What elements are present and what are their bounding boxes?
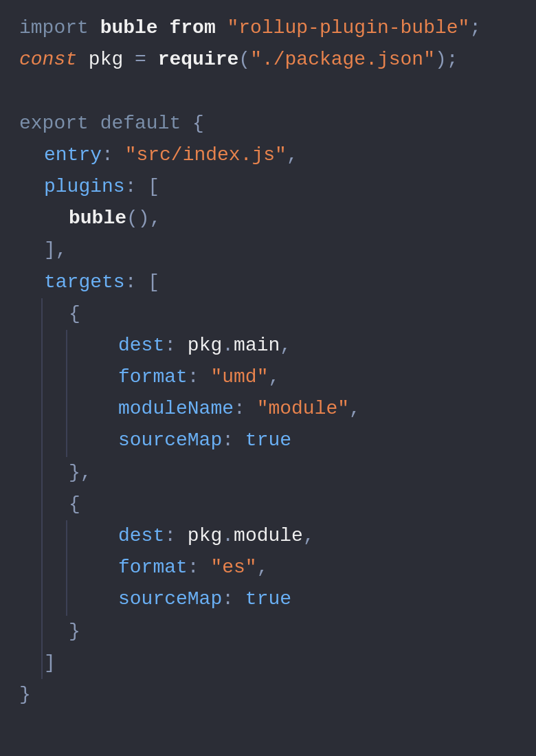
code-line-format2: format: "es", — [19, 552, 517, 583]
prop-entry: entry — [44, 144, 102, 166]
string-module-name: "rollup-plugin-buble" — [227, 17, 470, 38]
code-line-1: import buble from "rollup-plugin-buble"; — [19, 12, 517, 44]
identifier-buble: buble — [100, 17, 158, 38]
open-brace-obj2: { — [69, 493, 80, 515]
var-pkg-1: pkg — [188, 335, 222, 356]
code-line-obj1-close: }, — [19, 457, 517, 489]
value-true-2: true — [245, 588, 291, 610]
open-bracket-targets: [ — [148, 271, 159, 293]
open-bracket-plugins: [ — [148, 176, 159, 197]
targets-array-block: { dest: pkg.main, format: "umd", moduleN… — [19, 298, 517, 679]
keyword-const: const — [19, 49, 77, 70]
open-brace-obj1: { — [69, 303, 80, 324]
code-line-modulename: moduleName: "module", — [19, 393, 517, 425]
code-line-export-close: } — [19, 679, 517, 711]
semicolon-1: ; — [469, 17, 481, 38]
keyword-from: from — [169, 17, 215, 38]
keyword-export: export — [19, 113, 89, 134]
var-pkg-2: pkg — [188, 525, 222, 546]
string-umd: "umd" — [210, 366, 268, 388]
code-line-plugins: plugins: [ — [19, 171, 517, 203]
vline-obj1 — [66, 330, 67, 457]
value-true-1: true — [245, 430, 291, 451]
code-line-sourcemap2: sourceMap: true — [19, 583, 517, 615]
prop-plugins: plugins — [44, 176, 125, 197]
keyword-require: require — [158, 49, 239, 70]
code-line-entry: entry: "src/index.js", — [19, 140, 517, 171]
string-module: "module" — [257, 398, 349, 419]
prop-sourcemap2: sourceMap — [118, 588, 222, 610]
close-bracket-plugins: ], — [44, 239, 67, 260]
code-line-plugins-close: ], — [19, 234, 517, 266]
prop-module: module — [234, 525, 303, 546]
keyword-import: import — [19, 17, 89, 38]
code-line-obj2-close: } — [19, 616, 517, 647]
code-line-3: export default { — [19, 108, 517, 140]
close-brace-obj2: } — [69, 621, 80, 642]
close-brace-obj1: }, — [69, 462, 92, 483]
string-entry-val: "src/index.js" — [125, 144, 287, 166]
string-package-path: "./package.json" — [250, 49, 435, 70]
prop-format1: format — [118, 366, 188, 388]
prop-sourcemap1: sourceMap — [118, 430, 222, 451]
prop-format2: format — [118, 557, 188, 578]
string-es: "es" — [210, 557, 256, 578]
prop-dest1: dest — [118, 335, 164, 356]
close-bracket-targets: ] — [44, 652, 56, 674]
code-line-obj2-open: { — [19, 489, 517, 520]
code-line-buble-call: buble(), — [19, 203, 517, 234]
identifier-pkg: pkg — [89, 49, 123, 70]
vline-obj2 — [66, 520, 67, 616]
prop-dest2: dest — [118, 525, 164, 546]
close-brace-export: } — [19, 684, 31, 705]
code-line-targets-close: ] — [19, 647, 517, 679]
obj1-block: dest: pkg.main, format: "umd", moduleNam… — [19, 330, 517, 457]
code-editor: import buble from "rollup-plugin-buble";… — [19, 12, 517, 711]
code-line-2: const pkg = require("./package.json"); — [19, 44, 517, 76]
fn-buble: buble — [69, 208, 126, 229]
code-line-blank — [19, 76, 517, 107]
code-line-sourcemap1: sourceMap: true — [19, 425, 517, 456]
buble-parens: () — [126, 208, 150, 229]
open-brace-export: { — [192, 113, 204, 134]
prop-targets: targets — [44, 271, 125, 293]
keyword-default: default — [100, 113, 181, 134]
obj2-block: dest: pkg.module, format: "es", sourceMa… — [19, 520, 517, 616]
code-line-dest2: dest: pkg.module, — [19, 520, 517, 552]
code-line-dest1: dest: pkg.main, — [19, 330, 517, 362]
code-line-targets: targets: [ — [19, 267, 517, 298]
semicolon-2: ; — [447, 49, 458, 70]
code-line-obj1-open: { — [19, 298, 517, 330]
prop-modulename: moduleName — [118, 398, 234, 419]
code-line-format1: format: "umd", — [19, 362, 517, 393]
prop-main: main — [234, 335, 280, 356]
